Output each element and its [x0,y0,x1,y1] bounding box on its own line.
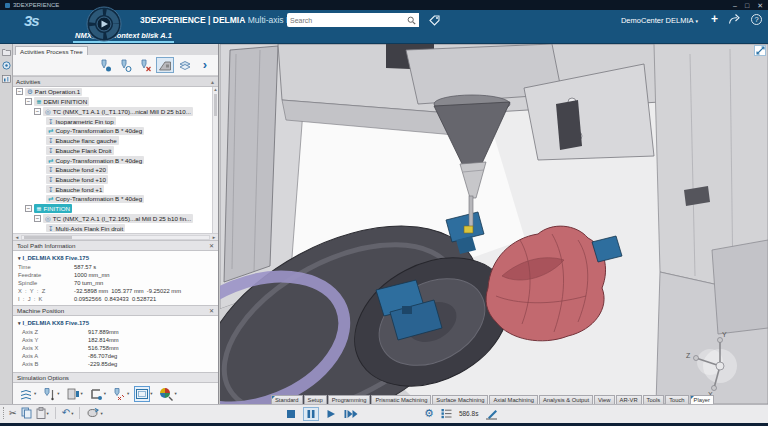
scroll-up-icon[interactable]: ▲ [210,79,215,85]
collapse-toggle[interactable]: − [25,98,32,105]
scroll-up-icon[interactable]: ▲ [213,87,217,92]
cutting-tool [469,196,473,227]
dashboard-icon[interactable] [2,75,11,83]
machine-panel-button[interactable]: ▾ [66,387,83,401]
tree-item-operation[interactable]: ↧Ebauche fond +20 [43,165,212,175]
tab-analysis-output[interactable]: Analysis & Output [539,395,593,404]
3dexperience-compass[interactable] [86,6,122,42]
tab-activities-process-tree[interactable]: Activities Process Tree [15,46,88,55]
update-button[interactable]: ▾ [86,407,102,419]
tool-option-1-button[interactable] [96,57,114,73]
close-icon[interactable]: ✕ [209,307,214,314]
tree-item-operation[interactable]: ↧Isoparametric Fin top [43,116,212,126]
material-removal-button[interactable]: ▾ [159,387,177,401]
pause-button[interactable] [303,407,319,421]
tree-item-operation[interactable]: ↧Ebauche flanc gauche [43,136,212,146]
collapse-toggle[interactable]: − [34,108,41,115]
tool-animation-button[interactable]: ▾ [42,387,59,401]
scroll-left-icon[interactable]: ◄ [13,235,21,240]
machine-position-body: ▾ I_DELMIA KX8 Five.175 Axis Z917.889mm … [13,316,218,372]
process-tree: − ⚙Part Operation.1 − ≣DEMI FINITION − ◎… [13,87,218,233]
tab-standard[interactable]: Standard [271,395,303,404]
simulation-options-header[interactable]: Simulation Options [13,372,218,383]
tree-item-operation[interactable]: ↧Ebauche fond +10 [43,175,212,185]
tab-player[interactable]: Player [690,395,714,404]
tree-horizontal-scrollbar[interactable]: ◄ ► [13,233,218,240]
player-settings-gear-icon[interactable]: ⚙ [424,407,434,420]
share-icon[interactable] [728,13,741,25]
stop-button[interactable] [283,407,299,421]
expand-viewport-button[interactable] [754,45,766,56]
tab-axial-machining[interactable]: Axial Machining [489,395,538,404]
fast-forward-button[interactable] [343,407,359,421]
help-button[interactable]: ? [751,14,762,25]
maximize-button[interactable]: □ [745,2,749,9]
minimize-button[interactable]: – [733,2,737,9]
tab-setup[interactable]: Setup [304,395,327,404]
tree-item-demi-finition[interactable]: − ≣DEMI FINITION [22,97,212,107]
toolpath-display-button[interactable]: ▾ [19,387,36,401]
play-button[interactable] [323,407,339,421]
tab-view[interactable]: View [594,395,614,404]
toolbar-grip[interactable] [3,407,4,419]
tree-item-operation[interactable]: ⇄Copy-Transformation B * 40deg [43,126,212,136]
tree-item-part-operation[interactable]: − ⚙Part Operation.1 [13,87,212,97]
scrollbar-thumb[interactable] [24,236,72,239]
tree-item-tool-change-1[interactable]: − ◎TC (NMX_T1 A.1 (I_T1.170)...nical Mil… [31,106,212,116]
tool-option-2-button[interactable] [116,57,134,73]
tab-tools[interactable]: Tools [643,395,665,404]
add-content-button[interactable]: + [711,13,718,25]
tab-touch[interactable]: Touch [665,395,688,404]
collapse-toggle[interactable]: − [25,205,32,212]
expand-toolbar-chevron[interactable]: › [196,57,214,73]
tab-prismatic-machining[interactable]: Prismatic Machining [371,395,431,404]
undo-button[interactable]: ↶ ▾ [62,407,74,419]
copy-button[interactable] [21,407,32,419]
paste-button[interactable]: ▾ [36,407,49,419]
scroll-right-icon[interactable]: ► [210,235,218,240]
tree-item-operation[interactable]: ↧Multi-Axis Flank Fin droit [43,223,212,233]
scrollbar-thumb[interactable] [214,94,217,116]
folder-icon[interactable] [2,48,11,56]
caret-down-icon[interactable]: ▾ [18,320,21,326]
tab-ar-vr[interactable]: AR-VR [616,395,642,404]
machine-display-button[interactable] [156,57,174,73]
close-button[interactable]: ✕ [757,2,763,9]
process-list-icon[interactable] [441,408,452,419]
tree-item-tool-change-2[interactable]: − ◎TC (NMX_T2 A.1 (I_T2.165)...al Mill D… [31,214,212,224]
collapse-toggle[interactable]: − [34,215,41,222]
action-bar: ✂ ▾ ↶ ▾ ▾ [0,404,768,423]
tag-icon[interactable] [428,14,441,27]
edit-time-icon[interactable] [485,408,498,420]
tool-path-info-header[interactable]: Tool Path Information ✕ [13,240,218,251]
search-icon[interactable] [407,16,416,25]
collision-detection-button[interactable]: ▾ [112,387,129,401]
user-menu[interactable]: DemoCenter DELMIA ▾ [621,16,698,25]
cut-button[interactable]: ✂ [9,408,17,418]
close-icon[interactable]: ✕ [209,242,214,249]
fixture-display-button[interactable]: ▾ [89,387,106,401]
tree-item-operation[interactable]: ⇄Copy-Transformation B * 40deg [43,194,212,204]
search-box[interactable] [287,13,419,27]
new-document-tab-button[interactable]: + [152,31,157,40]
tree-item-operation[interactable]: ⇄Copy-Transformation B * 40deg [43,155,212,165]
tool-remove-button[interactable] [136,57,154,73]
caret-down-icon: ▾ [127,391,129,396]
caret-down-icon: ▾ [57,391,59,396]
search-input[interactable] [290,17,407,24]
tree-item-operation[interactable]: ↧Ebauche Flank Droit [43,145,212,155]
collapse-toggle[interactable]: − [16,88,23,95]
tree-item-finition-selected[interactable]: − ≣FINITION [22,204,212,214]
caret-down-icon[interactable]: ▾ [18,255,21,261]
compass-mini-icon[interactable] [2,61,11,70]
tree-vertical-scrollbar[interactable]: ▲ [212,87,218,233]
left-column [224,46,278,282]
tab-surface-machining[interactable]: Surface Machining [432,395,488,404]
machine-position-header[interactable]: Machine Position ✕ [13,305,218,316]
3d-viewport[interactable]: Y Z X [220,44,768,404]
tree-item-operation[interactable]: ↧Ebauche fond +1 [43,184,212,194]
frame-display-button[interactable]: ▾ [135,387,152,401]
tab-programming[interactable]: Programming [328,395,371,404]
layers-button[interactable] [176,57,194,73]
operation-icon: ↧ [48,118,53,125]
